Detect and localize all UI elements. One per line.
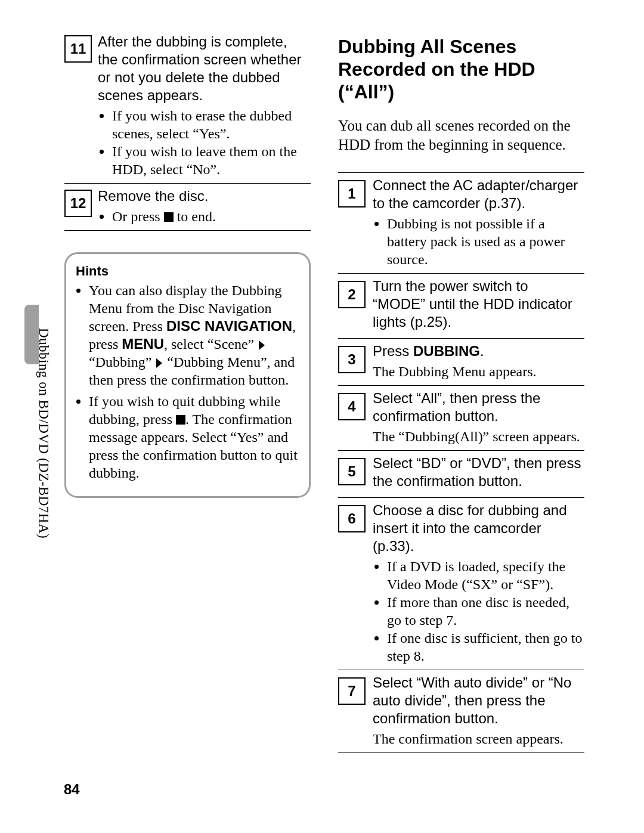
step-lead: After the dubbing is complete, the confi… [98, 33, 311, 104]
left-column: 11 After the dubbing is complete, the co… [64, 33, 311, 757]
step-number: 5 [338, 458, 366, 485]
step-body-text: The “Dubbing(All)” screen appears. [373, 428, 584, 445]
divider [338, 273, 584, 274]
bullet: If you wish to erase the dubbed scenes, … [112, 107, 311, 143]
step-3: 3 Press DUBBING. The Dubbing Menu appear… [338, 342, 584, 380]
bullet: Or press to end. [112, 208, 311, 225]
step-number: 6 [338, 505, 366, 532]
divider [338, 385, 584, 386]
step-lead: Remove the disc. [98, 187, 311, 205]
stop-icon [176, 415, 185, 425]
bullet: If one disc is sufficient, then go to st… [387, 629, 584, 665]
stop-icon [164, 212, 174, 222]
bullet-list: If a DVD is loaded, specify the Video Mo… [376, 558, 584, 665]
triangle-icon [156, 358, 162, 368]
step-body-text: The confirmation screen appears. [373, 730, 584, 748]
bullet: If a DVD is loaded, specify the Video Mo… [387, 558, 584, 593]
intro-paragraph: You can dub all scenes recorded on the H… [338, 116, 584, 154]
step-11: 11 After the dubbing is complete, the co… [64, 33, 311, 178]
hints-title: Hints [76, 264, 302, 279]
step-body: Remove the disc. Or press to end. [92, 187, 311, 225]
step-number: 12 [64, 190, 92, 217]
step-number: 1 [338, 180, 366, 208]
page: 11 After the dubbing is complete, the co… [64, 33, 584, 757]
page-number: 84 [64, 781, 80, 798]
bullet: Dubbing is not possible if a battery pac… [387, 215, 584, 268]
step-lead: Turn the power switch to “MODE” until th… [373, 277, 584, 331]
step-1: 1 Connect the AC adapter/charger to the … [338, 176, 584, 268]
step-7: 7 Select “With auto divide” or “No auto … [338, 674, 584, 748]
bullet: If more than one disc is needed, go to s… [387, 593, 584, 629]
bullet-list: If you wish to erase the dubbed scenes, … [101, 107, 311, 178]
step-5: 5 Select “BD” or “DVD”, then press the c… [338, 454, 584, 493]
step-body: Select “With auto divide” or “No auto di… [366, 674, 584, 748]
hints-section: Hints You can also display the Dubbing M… [64, 252, 311, 498]
hint-item: If you wish to quit dubbing while dubbin… [89, 392, 302, 482]
divider [338, 670, 584, 670]
divider [338, 338, 584, 339]
step-6: 6 Choose a disc for dubbing and insert i… [338, 501, 584, 665]
step-4: 4 Select “All”, then press the confirmat… [338, 389, 584, 445]
divider [64, 183, 311, 184]
hint-item: You can also display the Dubbing Menu fr… [89, 281, 302, 389]
bold-text: DUBBING [413, 343, 480, 359]
step-12: 12 Remove the disc. Or press to end. [64, 187, 311, 225]
step-2: 2 Turn the power switch to “MODE” until … [338, 277, 584, 333]
side-margin-text: Dubbing on BD/DVD (DZ-BD7HA) [36, 328, 51, 538]
step-lead: Press DUBBING. [373, 342, 584, 360]
step-body: Press DUBBING. The Dubbing Menu appears. [366, 342, 584, 380]
step-number: 11 [64, 35, 92, 63]
hints-list: You can also display the Dubbing Menu fr… [73, 281, 302, 482]
step-body-text: The Dubbing Menu appears. [373, 363, 584, 380]
text: “Dubbing” [89, 354, 155, 370]
text: , select “Scene” [164, 336, 258, 352]
step-body: Select “All”, then press the confirmatio… [366, 389, 584, 445]
hints-box: Hints You can also display the Dubbing M… [64, 252, 311, 498]
text: Press [373, 343, 413, 359]
right-column: Dubbing All Scenes Recorded on the HDD (… [338, 33, 584, 757]
step-body: Turn the power switch to “MODE” until th… [366, 277, 584, 333]
step-number: 4 [338, 393, 366, 420]
step-body: Connect the AC adapter/charger to the ca… [366, 176, 584, 268]
step-number: 7 [338, 677, 366, 705]
step-lead: Choose a disc for dubbing and insert it … [373, 501, 584, 555]
text: . [480, 343, 484, 359]
step-lead: Select “All”, then press the confirmatio… [373, 389, 584, 425]
divider [64, 230, 311, 231]
bullet-list: Dubbing is not possible if a battery pac… [376, 215, 584, 268]
text: to end. [174, 209, 216, 224]
step-body: After the dubbing is complete, the confi… [92, 33, 311, 178]
bullet: If you wish to leave them on the HDD, se… [112, 143, 311, 178]
two-column-layout: 11 After the dubbing is complete, the co… [64, 33, 584, 757]
step-number: 2 [338, 281, 366, 308]
step-body: Choose a disc for dubbing and insert it … [366, 501, 584, 665]
bold-text: DISC NAVIGATION [166, 318, 292, 334]
step-lead: Connect the AC adapter/charger to the ca… [373, 176, 584, 212]
step-lead: Select “With auto divide” or “No auto di… [373, 674, 584, 727]
step-lead: Select “BD” or “DVD”, then press the con… [373, 454, 584, 490]
section-heading: Dubbing All Scenes Recorded on the HDD (… [338, 35, 584, 103]
triangle-icon [259, 340, 265, 350]
bold-text: MENU [122, 336, 164, 352]
step-number: 3 [338, 346, 366, 373]
bullet-list: Or press to end. [101, 208, 311, 225]
text: Or press [112, 209, 164, 224]
divider [338, 753, 584, 753]
divider [338, 450, 584, 451]
divider [338, 172, 584, 173]
step-body: Select “BD” or “DVD”, then press the con… [366, 454, 584, 493]
divider [338, 497, 584, 498]
